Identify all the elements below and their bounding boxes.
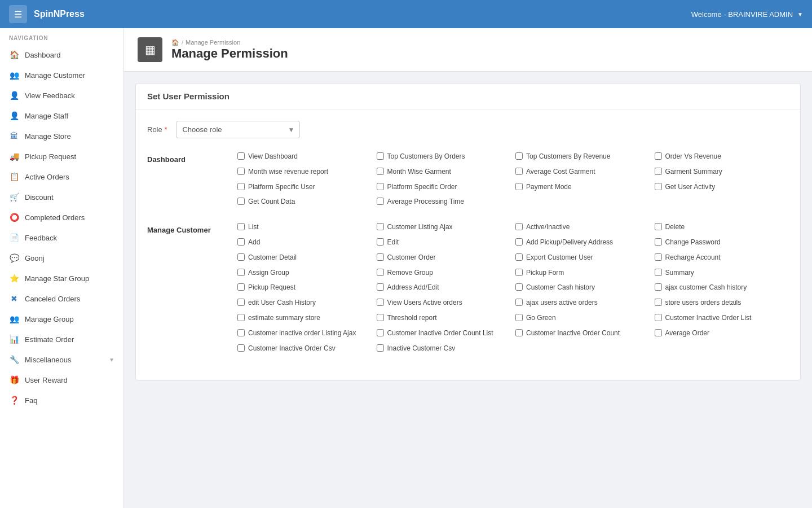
perm-checkbox[interactable] xyxy=(655,299,662,306)
perm-item-label[interactable]: Address Add/Edit xyxy=(387,283,439,292)
perm-checkbox[interactable] xyxy=(655,223,662,230)
sidebar-item-completed-orders[interactable]: ⭕ Completed Orders xyxy=(0,207,123,227)
perm-checkbox[interactable] xyxy=(377,152,384,160)
perm-item-label[interactable]: Garment Summary xyxy=(665,167,722,177)
perm-checkbox[interactable] xyxy=(237,329,245,336)
role-select[interactable]: Choose role Admin Staff Manager xyxy=(176,121,300,138)
perm-checkbox[interactable] xyxy=(655,183,662,190)
perm-checkbox[interactable] xyxy=(237,238,245,246)
perm-item-label[interactable]: Active/Inactive xyxy=(526,222,570,232)
sidebar-item-discount[interactable]: 🛒 Discount xyxy=(0,187,123,207)
perm-checkbox[interactable] xyxy=(237,344,245,352)
perm-checkbox[interactable] xyxy=(655,329,662,336)
perm-checkbox[interactable] xyxy=(237,283,245,291)
perm-item-label[interactable]: Customer Inactive Order List xyxy=(665,313,752,323)
perm-item-label[interactable]: Pickup Form xyxy=(526,268,564,278)
perm-checkbox[interactable] xyxy=(655,168,662,175)
breadcrumb-home-icon[interactable]: 🏠 xyxy=(171,39,179,46)
perm-item-label[interactable]: Add Pickup/Delivery Address xyxy=(526,238,613,247)
perm-checkbox[interactable] xyxy=(515,253,523,261)
perm-checkbox[interactable] xyxy=(237,253,245,261)
perm-item-label[interactable]: Customer Inactive Order Count List xyxy=(387,329,493,338)
perm-item-label[interactable]: Pickup Request xyxy=(248,283,295,292)
perm-item-label[interactable]: Customer Listing Ajax xyxy=(387,222,453,232)
perm-item-label[interactable]: estimate summary store xyxy=(248,313,320,323)
perm-item-label[interactable]: Assign Group xyxy=(248,268,289,278)
perm-item-label[interactable]: Customer Inactive Order Csv xyxy=(248,344,336,353)
perm-item-label[interactable]: Customer Detail xyxy=(248,253,297,262)
perm-checkbox[interactable] xyxy=(655,283,662,291)
perm-checkbox[interactable] xyxy=(237,152,245,160)
perm-item-label[interactable]: Add xyxy=(248,238,260,247)
perm-item-label[interactable]: Customer Cash history xyxy=(526,283,595,292)
sidebar-item-dashboard[interactable]: 🏠 Dashboard xyxy=(0,45,123,65)
perm-item-label[interactable]: Delete xyxy=(665,222,685,232)
perm-checkbox[interactable] xyxy=(515,183,523,190)
sidebar-item-active-orders[interactable]: 📋 Active Orders xyxy=(0,167,123,187)
perm-item-label[interactable]: View Users Active orders xyxy=(387,298,462,308)
perm-checkbox[interactable] xyxy=(515,269,523,276)
perm-checkbox[interactable] xyxy=(515,168,523,175)
perm-checkbox[interactable] xyxy=(515,283,523,291)
perm-checkbox[interactable] xyxy=(377,183,384,190)
perm-item-label[interactable]: Threshold report xyxy=(387,313,437,323)
perm-item-label[interactable]: Remove Group xyxy=(387,268,433,278)
sidebar-item-feedback[interactable]: 📄 Feedback xyxy=(0,227,123,248)
perm-item-label[interactable]: Export Customer User xyxy=(526,253,593,262)
sidebar-item-view-feedback[interactable]: 👤 View Feedback xyxy=(0,85,123,106)
user-menu-chevron[interactable]: ▼ xyxy=(797,11,803,17)
perm-checkbox[interactable] xyxy=(377,198,384,205)
menu-toggle-button[interactable]: ☰ xyxy=(9,5,27,23)
perm-item-label[interactable]: store users orders details xyxy=(665,298,742,308)
perm-checkbox[interactable] xyxy=(515,223,523,230)
perm-checkbox[interactable] xyxy=(515,314,523,321)
perm-item-label[interactable]: Platform Specific Order xyxy=(387,182,457,192)
perm-checkbox[interactable] xyxy=(237,269,245,276)
perm-item-label[interactable]: Customer Order xyxy=(387,253,436,262)
perm-item-label[interactable]: ajax customer Cash history xyxy=(665,283,747,292)
perm-checkbox[interactable] xyxy=(237,168,245,175)
perm-item-label[interactable]: Average Cost Garment xyxy=(526,167,595,177)
perm-item-label[interactable]: Customer Inactive Order Count xyxy=(526,329,620,338)
perm-checkbox[interactable] xyxy=(655,152,662,160)
perm-checkbox[interactable] xyxy=(655,253,662,261)
perm-checkbox[interactable] xyxy=(377,299,384,306)
perm-item-label[interactable]: Top Customers By Orders xyxy=(387,152,465,161)
perm-checkbox[interactable] xyxy=(237,223,245,230)
perm-checkbox[interactable] xyxy=(515,238,523,246)
perm-item-label[interactable]: Order Vs Revenue xyxy=(665,152,721,161)
sidebar-item-user-reward[interactable]: 🎁 User Reward xyxy=(0,370,123,390)
perm-item-label[interactable]: Top Customers By Revenue xyxy=(526,152,610,161)
sidebar-item-canceled-orders[interactable]: ✖ Canceled Orders xyxy=(0,288,123,309)
perm-checkbox[interactable] xyxy=(377,314,384,321)
perm-checkbox[interactable] xyxy=(237,198,245,205)
perm-item-label[interactable]: Average Processing Time xyxy=(387,197,465,207)
perm-item-label[interactable]: View Dashboard xyxy=(248,152,298,161)
perm-checkbox[interactable] xyxy=(377,344,384,352)
sidebar-item-manage-customer[interactable]: 👥 Manage Customer xyxy=(0,65,123,85)
perm-checkbox[interactable] xyxy=(377,329,384,336)
sidebar-item-estimate-order[interactable]: 📊 Estimate Order xyxy=(0,329,123,349)
perm-item-label[interactable]: Customer inactive order Listing Ajax xyxy=(248,329,356,338)
sidebar-item-manage-staff[interactable]: 👤 Manage Staff xyxy=(0,106,123,126)
sidebar-item-miscellaneous[interactable]: 🔧 Miscellaneous ▼ xyxy=(0,349,123,370)
perm-checkbox[interactable] xyxy=(377,283,384,291)
perm-item-label[interactable]: Get User Activity xyxy=(665,182,716,192)
perm-item-label[interactable]: Average Order xyxy=(665,329,710,338)
perm-item-label[interactable]: Summary xyxy=(665,268,694,278)
perm-checkbox[interactable] xyxy=(237,299,245,306)
perm-item-label[interactable]: ajax users active orders xyxy=(526,298,598,308)
perm-item-label[interactable]: Edit xyxy=(387,238,399,247)
sidebar-item-pickup-request[interactable]: 🚚 Pickup Request xyxy=(0,146,123,167)
perm-item-label[interactable]: Recharge Account xyxy=(665,253,721,262)
perm-item-label[interactable]: List xyxy=(248,222,259,232)
perm-item-label[interactable]: Platform Specific User xyxy=(248,182,315,192)
perm-checkbox[interactable] xyxy=(377,168,384,175)
perm-checkbox[interactable] xyxy=(515,329,523,336)
perm-checkbox[interactable] xyxy=(377,253,384,261)
perm-checkbox[interactable] xyxy=(655,314,662,321)
perm-item-label[interactable]: Change Password xyxy=(665,238,721,247)
sidebar-item-manage-group[interactable]: 👥 Manage Group xyxy=(0,309,123,329)
perm-item-label[interactable]: edit User Cash History xyxy=(248,298,316,308)
perm-item-label[interactable]: Get Count Data xyxy=(248,197,295,207)
